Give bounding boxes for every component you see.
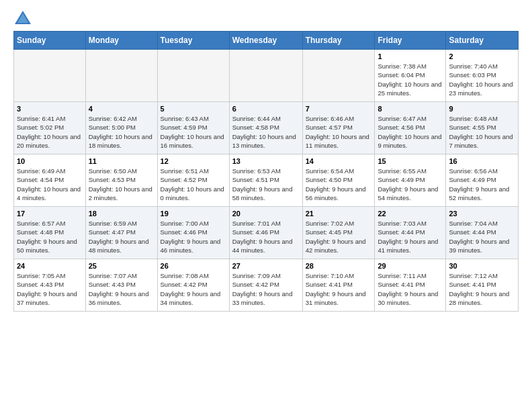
- calendar-cell: 5Sunrise: 6:43 AM Sunset: 4:59 PM Daylig…: [157, 102, 229, 154]
- day-info: Sunrise: 7:38 AM Sunset: 6:04 PM Dayligh…: [378, 62, 443, 97]
- calendar-header-friday: Friday: [375, 32, 446, 50]
- calendar-cell: 25Sunrise: 7:07 AM Sunset: 4:43 PM Dayli…: [85, 259, 157, 312]
- calendar-cell: 13Sunrise: 6:53 AM Sunset: 4:51 PM Dayli…: [229, 154, 302, 207]
- logo: [13, 11, 31, 24]
- day-info: Sunrise: 6:44 AM Sunset: 4:58 PM Dayligh…: [232, 114, 300, 150]
- calendar-cell: 22Sunrise: 7:03 AM Sunset: 4:44 PM Dayli…: [375, 207, 446, 259]
- day-info: Sunrise: 7:08 AM Sunset: 4:42 PM Dayligh…: [161, 271, 226, 307]
- day-number: 11: [89, 157, 154, 165]
- calendar-cell: 20Sunrise: 7:01 AM Sunset: 4:46 PM Dayli…: [229, 207, 302, 259]
- day-info: Sunrise: 6:57 AM Sunset: 4:48 PM Dayligh…: [17, 219, 83, 255]
- day-number: 9: [449, 105, 515, 113]
- day-number: 27: [232, 262, 300, 270]
- calendar-header-sunday: Sunday: [14, 32, 86, 50]
- day-info: Sunrise: 7:05 AM Sunset: 4:43 PM Dayligh…: [17, 271, 83, 307]
- day-number: 1: [378, 52, 443, 60]
- calendar-cell: 15Sunrise: 6:55 AM Sunset: 4:49 PM Dayli…: [375, 154, 446, 207]
- day-info: Sunrise: 6:55 AM Sunset: 4:49 PM Dayligh…: [378, 167, 443, 202]
- calendar-cell: 19Sunrise: 7:00 AM Sunset: 4:46 PM Dayli…: [157, 207, 229, 259]
- day-number: 19: [161, 210, 226, 218]
- calendar-week-2: 3Sunrise: 6:41 AM Sunset: 5:02 PM Daylig…: [14, 102, 519, 154]
- calendar-header-thursday: Thursday: [302, 32, 375, 50]
- day-info: Sunrise: 6:48 AM Sunset: 4:55 PM Dayligh…: [449, 114, 515, 150]
- calendar-cell: 6Sunrise: 6:44 AM Sunset: 4:58 PM Daylig…: [229, 102, 302, 154]
- day-number: 4: [89, 105, 154, 113]
- day-info: Sunrise: 6:42 AM Sunset: 5:00 PM Dayligh…: [89, 114, 154, 150]
- calendar-cell: 18Sunrise: 6:59 AM Sunset: 4:47 PM Dayli…: [85, 207, 157, 259]
- calendar-cell: 23Sunrise: 7:04 AM Sunset: 4:44 PM Dayli…: [446, 207, 519, 259]
- calendar-table: SundayMondayTuesdayWednesdayThursdayFrid…: [13, 31, 519, 312]
- day-number: 2: [449, 52, 515, 60]
- calendar-week-4: 17Sunrise: 6:57 AM Sunset: 4:48 PM Dayli…: [14, 207, 519, 259]
- calendar-header-row: SundayMondayTuesdayWednesdayThursdayFrid…: [14, 32, 519, 50]
- day-number: 25: [89, 262, 154, 270]
- day-number: 5: [161, 105, 226, 113]
- day-info: Sunrise: 6:41 AM Sunset: 5:02 PM Dayligh…: [17, 114, 83, 150]
- calendar-cell: 4Sunrise: 6:42 AM Sunset: 5:00 PM Daylig…: [85, 102, 157, 154]
- day-number: 8: [378, 105, 443, 113]
- header: [13, 11, 519, 24]
- calendar-header-wednesday: Wednesday: [229, 32, 302, 50]
- day-info: Sunrise: 6:56 AM Sunset: 4:49 PM Dayligh…: [449, 167, 515, 202]
- day-info: Sunrise: 6:43 AM Sunset: 4:59 PM Dayligh…: [161, 114, 226, 150]
- day-number: 12: [161, 157, 226, 165]
- day-number: 6: [232, 105, 300, 113]
- day-info: Sunrise: 7:03 AM Sunset: 4:44 PM Dayligh…: [378, 219, 443, 255]
- day-info: Sunrise: 7:07 AM Sunset: 4:43 PM Dayligh…: [89, 271, 154, 307]
- calendar-cell: 12Sunrise: 6:51 AM Sunset: 4:52 PM Dayli…: [157, 154, 229, 207]
- day-info: Sunrise: 6:50 AM Sunset: 4:53 PM Dayligh…: [89, 167, 154, 202]
- day-number: 21: [306, 210, 372, 218]
- calendar-cell: 24Sunrise: 7:05 AM Sunset: 4:43 PM Dayli…: [14, 259, 86, 312]
- calendar-cell: 10Sunrise: 6:49 AM Sunset: 4:54 PM Dayli…: [14, 154, 86, 207]
- day-info: Sunrise: 7:04 AM Sunset: 4:44 PM Dayligh…: [449, 219, 515, 255]
- day-number: 22: [378, 210, 443, 218]
- calendar-header-tuesday: Tuesday: [157, 32, 229, 50]
- day-number: 7: [306, 105, 372, 113]
- calendar-header-saturday: Saturday: [446, 32, 519, 50]
- calendar-cell: [14, 50, 86, 102]
- day-number: 29: [378, 262, 443, 270]
- calendar-cell: 30Sunrise: 7:12 AM Sunset: 4:41 PM Dayli…: [446, 259, 519, 312]
- day-info: Sunrise: 7:02 AM Sunset: 4:45 PM Dayligh…: [306, 219, 372, 255]
- calendar-cell: 28Sunrise: 7:10 AM Sunset: 4:41 PM Dayli…: [302, 259, 375, 312]
- calendar-cell: [157, 50, 229, 102]
- calendar-week-1: 1Sunrise: 7:38 AM Sunset: 6:04 PM Daylig…: [14, 50, 519, 102]
- day-number: 16: [449, 157, 515, 165]
- calendar-cell: 14Sunrise: 6:54 AM Sunset: 4:50 PM Dayli…: [302, 154, 375, 207]
- calendar-cell: 9Sunrise: 6:48 AM Sunset: 4:55 PM Daylig…: [446, 102, 519, 154]
- day-info: Sunrise: 6:46 AM Sunset: 4:57 PM Dayligh…: [306, 114, 372, 150]
- day-info: Sunrise: 6:54 AM Sunset: 4:50 PM Dayligh…: [306, 167, 372, 202]
- calendar-cell: 8Sunrise: 6:47 AM Sunset: 4:56 PM Daylig…: [375, 102, 446, 154]
- day-info: Sunrise: 7:00 AM Sunset: 4:46 PM Dayligh…: [161, 219, 226, 255]
- calendar-cell: 7Sunrise: 6:46 AM Sunset: 4:57 PM Daylig…: [302, 102, 375, 154]
- calendar-cell: 16Sunrise: 6:56 AM Sunset: 4:49 PM Dayli…: [446, 154, 519, 207]
- day-info: Sunrise: 6:53 AM Sunset: 4:51 PM Dayligh…: [232, 167, 300, 202]
- calendar-cell: 26Sunrise: 7:08 AM Sunset: 4:42 PM Dayli…: [157, 259, 229, 312]
- calendar-cell: 29Sunrise: 7:11 AM Sunset: 4:41 PM Dayli…: [375, 259, 446, 312]
- day-info: Sunrise: 6:51 AM Sunset: 4:52 PM Dayligh…: [161, 167, 226, 202]
- calendar-cell: 27Sunrise: 7:09 AM Sunset: 4:42 PM Dayli…: [229, 259, 302, 312]
- day-number: 14: [306, 157, 372, 165]
- day-info: Sunrise: 7:09 AM Sunset: 4:42 PM Dayligh…: [232, 271, 300, 307]
- calendar-cell: 17Sunrise: 6:57 AM Sunset: 4:48 PM Dayli…: [14, 207, 86, 259]
- day-number: 24: [17, 262, 83, 270]
- calendar-week-5: 24Sunrise: 7:05 AM Sunset: 4:43 PM Dayli…: [14, 259, 519, 312]
- day-number: 28: [306, 262, 372, 270]
- day-number: 18: [89, 210, 154, 218]
- calendar-cell: [302, 50, 375, 102]
- calendar-cell: 11Sunrise: 6:50 AM Sunset: 4:53 PM Dayli…: [85, 154, 157, 207]
- logo-icon: [15, 11, 31, 24]
- day-number: 23: [449, 210, 515, 218]
- day-info: Sunrise: 6:59 AM Sunset: 4:47 PM Dayligh…: [89, 219, 154, 255]
- day-number: 10: [17, 157, 83, 165]
- day-number: 26: [161, 262, 226, 270]
- calendar-cell: 1Sunrise: 7:38 AM Sunset: 6:04 PM Daylig…: [375, 50, 446, 102]
- day-info: Sunrise: 6:47 AM Sunset: 4:56 PM Dayligh…: [378, 114, 443, 150]
- calendar-cell: [85, 50, 157, 102]
- calendar-cell: 2Sunrise: 7:40 AM Sunset: 6:03 PM Daylig…: [446, 50, 519, 102]
- day-info: Sunrise: 7:40 AM Sunset: 6:03 PM Dayligh…: [449, 62, 515, 97]
- day-number: 13: [232, 157, 300, 165]
- calendar-cell: 3Sunrise: 6:41 AM Sunset: 5:02 PM Daylig…: [14, 102, 86, 154]
- day-info: Sunrise: 7:10 AM Sunset: 4:41 PM Dayligh…: [306, 271, 372, 307]
- calendar-header-monday: Monday: [85, 32, 157, 50]
